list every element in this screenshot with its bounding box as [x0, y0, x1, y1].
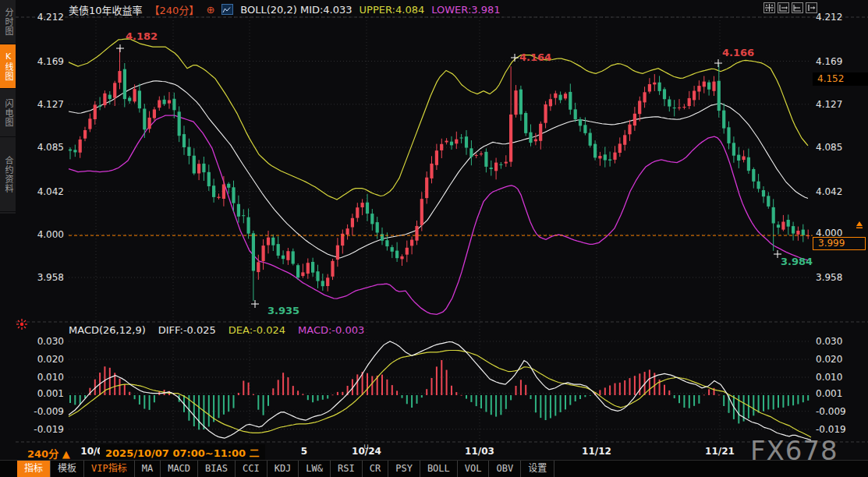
sidebar-tab-4[interactable]: 合约资料	[0, 137, 16, 212]
macd-tick-left: 0.020	[16, 353, 64, 366]
bar-time-tooltip: 2025/10/07 07:00~11:00 二	[100, 444, 265, 461]
macd-tick-left: 0.030	[16, 335, 64, 348]
price-tick-right: 4.042	[816, 186, 842, 198]
price-tick-left: 4.085	[16, 141, 64, 154]
macd-tick-left: 0.010	[16, 371, 64, 383]
chart-header: 美债10年收益率 【240分】 ⊕ BOLL(20,2) MID:4.033 U…	[69, 2, 501, 16]
price-annotation: 3.984	[781, 256, 813, 267]
macd-tick-right: 0.010	[816, 371, 842, 383]
price-tick-right: 3.958	[816, 271, 842, 284]
menu-item-BOLL[interactable]: BOLL	[420, 461, 458, 477]
price-tick-left: 4.127	[16, 98, 64, 111]
price-tick-right: 4.169	[816, 55, 842, 68]
menu-item-PSY[interactable]: PSY	[388, 461, 420, 477]
time-axis-label: 11/12	[582, 446, 611, 457]
timeframe-label[interactable]: 240分 ▲	[27, 446, 70, 461]
macd-tick-left: -0.019	[16, 423, 64, 436]
boll-mid-label: BOLL(20,2) MID:4.033	[240, 4, 352, 16]
menu-item-KDJ[interactable]: KDJ	[267, 461, 299, 477]
time-axis-label: 11/21	[705, 446, 735, 457]
left-sidebar: 分时图K线图闪电图合约资料	[0, 0, 16, 214]
current-price-badge: 3.999	[813, 237, 866, 250]
scroll-to-latest-icon[interactable]	[855, 217, 864, 232]
sidebar-tab-3[interactable]: 闪电图	[0, 89, 16, 137]
menu-item-VOL[interactable]: VOL	[458, 461, 490, 477]
menu-item-指标[interactable]: 指标	[17, 461, 51, 477]
menu-item-OBV[interactable]: OBV	[489, 461, 521, 477]
menu-item-MA[interactable]: MA	[135, 461, 161, 477]
macd-value-label: MACD:-0.003	[298, 324, 364, 336]
macd-params-label: MACD(26,12,9)	[69, 324, 146, 336]
menu-item-模板[interactable]: 模板	[51, 461, 84, 477]
time-axis-label: 5	[301, 446, 307, 457]
macd-tick-left: -0.009	[16, 405, 64, 418]
macd-diff-label: DIFF:-0.025	[158, 324, 216, 336]
macd-tick-right: 0.020	[816, 353, 842, 366]
instrument-title: 美债10年收益率	[69, 2, 143, 17]
price-tick-right: 4.212	[816, 11, 842, 23]
menu-item-BIAS[interactable]: BIAS	[198, 461, 236, 477]
menu-item-MACD[interactable]: MACD	[161, 461, 198, 477]
expand-x-axis-icon[interactable]	[778, 2, 789, 13]
macd-tick-left: 0.001	[16, 387, 64, 400]
menu-item-设置[interactable]: 设置	[521, 461, 554, 477]
collapse-panel-icon[interactable]	[806, 2, 817, 13]
sidebar-tab-1[interactable]: 分时图	[0, 0, 16, 44]
macd-tick-right: 0.001	[816, 387, 842, 400]
compress-x-axis-icon[interactable]	[792, 2, 803, 13]
mini-chart-icon[interactable]	[221, 4, 233, 15]
candlestick-macd-chart[interactable]	[0, 0, 868, 477]
price-tick-right: 4.127	[816, 98, 842, 111]
trading-app-window: 分时图K线图闪电图合约资料 美债10年收益率 【240分】 ⊕ BOLL(20,…	[0, 0, 868, 477]
menu-item-RSI[interactable]: RSI	[331, 461, 363, 477]
menu-item-VIP指标[interactable]: VIP指标	[84, 461, 135, 477]
chart-toolbar	[763, 2, 817, 13]
price-annotation: 4.164	[519, 51, 551, 63]
price-tick-left: 4.169	[16, 55, 64, 68]
menu-item-CCI[interactable]: CCI	[236, 461, 267, 477]
price-tick-left: 3.958	[16, 271, 64, 284]
macd-tick-right: -0.009	[816, 405, 846, 418]
macd-tick-right: -0.019	[816, 423, 846, 436]
macd-live-icon[interactable]	[16, 318, 28, 330]
indicator-menu-bar: 指标模板VIP指标MAMACDBIASCCIKDJLW&RSICRPSYBOLL…	[0, 460, 868, 477]
price-tick-right: 4.085	[816, 141, 842, 154]
add-indicator-icon[interactable]: ⊕	[206, 4, 214, 16]
menu-item-CR[interactable]: CR	[363, 461, 388, 477]
period-label[interactable]: 【240分】	[150, 2, 200, 17]
pan-icon[interactable]	[763, 2, 775, 13]
boll-lower-label: LOWER:3.981	[431, 4, 500, 16]
last-close-price-badge: 4.152	[813, 72, 868, 86]
macd-header: MACD(26,12,9) DIFF:-0.025 DEA:-0.024 MAC…	[69, 324, 364, 336]
macd-tick-right: 0.030	[816, 335, 842, 348]
menu-item-LW&[interactable]: LW&	[299, 461, 331, 477]
price-annotation: 3.935	[267, 305, 299, 316]
macd-dea-label: DEA:-0.024	[229, 324, 285, 336]
boll-upper-label: UPPER:4.084	[360, 4, 425, 16]
price-tick-left: 4.212	[16, 11, 64, 23]
sidebar-tab-2[interactable]: K线图	[0, 44, 16, 89]
time-axis-label: 10/24	[352, 446, 381, 457]
time-axis-label: 11/03	[465, 446, 494, 457]
price-annotation: 4.182	[126, 30, 158, 42]
price-annotation: 4.166	[722, 47, 754, 58]
price-tick-left: 4.042	[16, 186, 64, 198]
price-tick-left: 4.000	[16, 228, 64, 241]
fx678-watermark: FX678	[750, 435, 838, 466]
